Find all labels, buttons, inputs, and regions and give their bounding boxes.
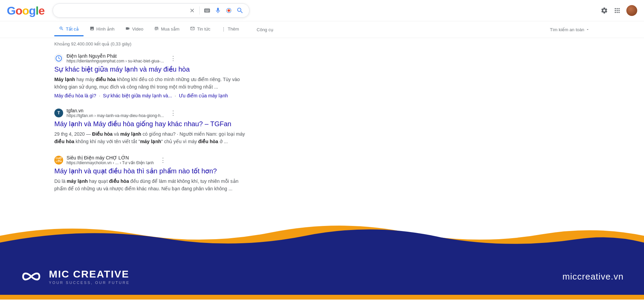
tab-video[interactable]: Video	[121, 23, 148, 36]
source-info-r3: Siêu thị Điện máy CHỢ LỚN https://dienma…	[67, 155, 154, 165]
google-logo[interactable]: Google	[7, 4, 47, 17]
result-title-r2[interactable]: Máy lạnh và Máy điều hòa giống hay khác …	[54, 119, 251, 128]
footer-brand-name: MIC CREATIVE	[49, 268, 130, 280]
header-right	[601, 5, 637, 16]
tab-all[interactable]: Tất cả	[54, 23, 84, 36]
source-info-r2: tgfan.vn https://tgfan.vn › may-lanh-va-…	[67, 108, 164, 118]
safe-search-button[interactable]: Tìm kiếm an toàn	[550, 27, 590, 32]
tab-images-label: Hình ảnh	[96, 26, 115, 32]
news-tab-icon	[190, 26, 195, 32]
more-options-r1[interactable]: ⋮	[170, 55, 176, 62]
favicon-r1	[54, 54, 63, 63]
source-url-r1: https://dienlanhnguyenphat.com › su-khac…	[67, 59, 164, 63]
lens-search-icon[interactable]	[225, 7, 232, 14]
apps-icon[interactable]	[613, 7, 621, 14]
settings-icon[interactable]	[601, 7, 608, 14]
tab-shopping-label: Mua sắm	[161, 26, 179, 32]
search-bar-icons	[189, 6, 244, 15]
avatar[interactable]	[626, 5, 637, 16]
favicon-r2: T	[54, 109, 63, 117]
footer-brand-tagline: YOUR SUCCESS, OUR FUTURE	[49, 281, 130, 285]
nav-tabs: Tất cả Hình ảnh Video Mua sắm Tin tức ⋮ …	[0, 21, 644, 38]
result-item: Điện lạnh Nguyễn Phát https://dienlanhng…	[54, 53, 251, 98]
search-bar: máy lạnh hoặc điều hòa	[53, 3, 250, 18]
more-icon: ⋮	[221, 26, 226, 32]
result-title-r3[interactable]: Máy lạnh và quạt điều hòa thì sản phẩm n…	[54, 167, 251, 175]
result-item: T tgfan.vn https://tgfan.vn › may-lanh-v…	[54, 108, 251, 146]
search-input[interactable]: máy lạnh hoặc điều hòa	[58, 7, 186, 14]
orange-bottom-bar	[0, 295, 644, 300]
clear-button[interactable]	[189, 7, 195, 14]
keyboard-icon[interactable]	[204, 7, 210, 14]
favicon-r3: CHỢLỚN	[54, 156, 63, 165]
source-url-r2: https://tgfan.vn › may-lanh-va-may-dieu-…	[67, 113, 164, 118]
result-item: CHỢLỚN Siêu thị Điện máy CHỢ LỚN https:/…	[54, 155, 251, 193]
search-tab-icon	[59, 26, 64, 32]
voice-search-icon[interactable]	[215, 7, 221, 14]
source-url-r3: https://dienmaycholon.vn › ... › Tư vấn …	[67, 160, 154, 165]
divider	[199, 6, 200, 15]
result-desc-r2: 29 thg 4, 2020 — Điều hòa và máy lạnh có…	[54, 130, 251, 146]
search-submit-button[interactable]	[236, 7, 244, 14]
result-source: T tgfan.vn https://tgfan.vn › may-lanh-v…	[54, 108, 251, 118]
footer-wave-container	[0, 215, 644, 260]
more-options-r2[interactable]: ⋮	[170, 109, 176, 117]
nav-right: Tìm kiếm an toàn	[550, 27, 590, 32]
result-source: CHỢLỚN Siêu thị Điện máy CHỢ LỚN https:/…	[54, 155, 251, 165]
result-link-3-r1[interactable]: Ưu điểm của máy lạnh	[179, 93, 228, 98]
wave-svg	[0, 215, 644, 260]
tools-button[interactable]: Công cụ	[252, 24, 278, 36]
header: Google máy lạnh hoặc điều hòa	[0, 0, 644, 21]
tab-more[interactable]: ⋮ Thêm	[217, 23, 244, 36]
source-name-r2: tgfan.vn	[67, 108, 164, 113]
footer-url: miccreative.vn	[563, 271, 624, 282]
tab-video-label: Video	[132, 26, 143, 32]
tab-news[interactable]: Tin tức	[185, 23, 215, 36]
result-link-1-r1[interactable]: Máy điều hòa là gì?	[54, 93, 96, 98]
result-source: Điện lạnh Nguyễn Phát https://dienlanhng…	[54, 53, 251, 63]
tab-shopping[interactable]: Mua sắm	[149, 23, 184, 36]
shopping-tab-icon	[154, 26, 159, 32]
result-link-2-r1[interactable]: Sự khác biệt giữa máy lạnh và...	[103, 93, 172, 98]
tab-images[interactable]: Hình ảnh	[85, 23, 119, 36]
result-desc-r3: Dù là máy lạnh hay quạt điều hòa đều dùn…	[54, 177, 251, 193]
tab-all-label: Tất cả	[66, 26, 79, 32]
result-title-r1[interactable]: Sự khác biệt giữa máy lạnh và máy điều h…	[54, 65, 251, 74]
tab-more-label: Thêm	[228, 26, 239, 32]
result-desc-r1: Máy lạnh hay máy điều hòa không khí đều …	[54, 76, 251, 91]
result-links-r1: Máy điều hòa là gì? · Sự khác biệt giữa …	[54, 93, 251, 98]
source-name-r1: Điện lạnh Nguyễn Phát	[67, 53, 164, 59]
images-tab-icon	[90, 26, 94, 32]
tab-news-label: Tin tức	[197, 26, 210, 32]
source-info-r1: Điện lạnh Nguyễn Phát https://dienlanhng…	[67, 53, 164, 63]
more-options-r3[interactable]: ⋮	[160, 156, 166, 164]
footer-brand-info: MIC CREATIVE YOUR SUCCESS, OUR FUTURE	[49, 268, 130, 285]
footer-logo-icon	[20, 266, 42, 287]
results-area: Khoảng 92.400.000 kết quả (0,33 giây) Đi…	[0, 38, 306, 209]
footer-banner: MIC CREATIVE YOUR SUCCESS, OUR FUTURE mi…	[0, 260, 644, 295]
video-tab-icon	[125, 26, 130, 32]
source-name-r3: Siêu thị Điện máy CHỢ LỚN	[67, 155, 154, 160]
result-stats: Khoảng 92.400.000 kết quả (0,33 giây)	[54, 41, 251, 46]
